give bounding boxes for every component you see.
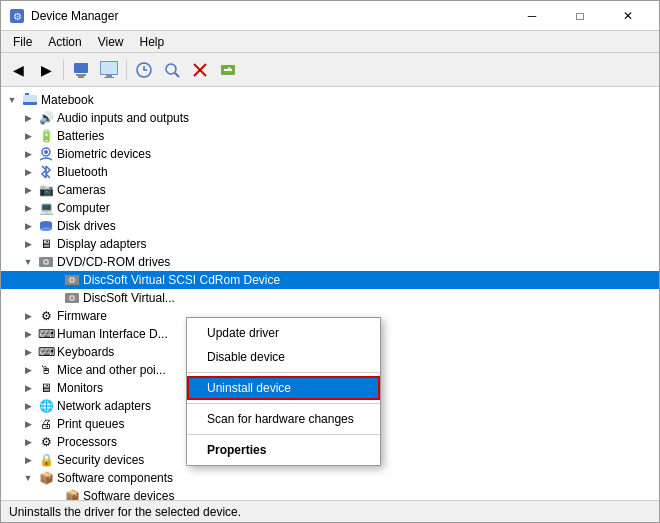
discsoft2-expander <box>47 291 61 305</box>
security-expander[interactable]: ▶ <box>21 453 35 467</box>
discsoft2-icon <box>64 290 80 306</box>
keyboards-icon: ⌨ <box>38 344 54 360</box>
toolbar-delete[interactable] <box>187 57 213 83</box>
swcomp-expander[interactable]: ▼ <box>21 471 35 485</box>
svg-rect-8 <box>104 77 114 78</box>
main-content: ▼ Matebook ▶ 🔊 Audio inputs and outputs <box>1 87 659 500</box>
tree-item-bluetooth[interactable]: ▶ Bluetooth <box>1 163 659 181</box>
minimize-button[interactable]: ─ <box>509 1 555 31</box>
monitors-expander[interactable]: ▶ <box>21 381 35 395</box>
tree-item-discsoft[interactable]: DiscSoft Virtual SCSI CdRom Device <box>1 271 659 289</box>
discsoft-expander <box>47 273 61 287</box>
close-button[interactable]: ✕ <box>605 1 651 31</box>
tree-root[interactable]: ▼ Matebook <box>1 91 659 109</box>
tree-item-swdev[interactable]: 📦 Software devices <box>1 487 659 500</box>
toolbar-separator-1 <box>63 60 64 80</box>
cameras-icon: 📷 <box>38 182 54 198</box>
status-text: Uninstalls the driver for the selected d… <box>9 505 241 519</box>
toolbar: ◀ ▶ <box>1 53 659 87</box>
toolbar-back[interactable]: ◀ <box>5 57 31 83</box>
svg-line-11 <box>175 73 179 77</box>
hid-expander[interactable]: ▶ <box>21 327 35 341</box>
svg-text:⚙: ⚙ <box>13 11 22 22</box>
tree-item-computer[interactable]: ▶ 💻 Computer <box>1 199 659 217</box>
toolbar-display[interactable] <box>96 57 122 83</box>
tree-item-disk[interactable]: ▶ Disk drives <box>1 217 659 235</box>
title-bar: ⚙ Device Manager ─ □ ✕ <box>1 1 659 31</box>
tree-item-audio[interactable]: ▶ 🔊 Audio inputs and outputs <box>1 109 659 127</box>
batteries-label: Batteries <box>57 129 655 143</box>
toolbar-scan[interactable] <box>159 57 185 83</box>
context-properties[interactable]: Properties <box>187 438 380 462</box>
svg-rect-6 <box>101 62 117 74</box>
disk-expander[interactable]: ▶ <box>21 219 35 233</box>
menu-file[interactable]: File <box>5 33 40 51</box>
svg-point-21 <box>44 150 48 154</box>
dvd-label: DVD/CD-ROM drives <box>57 255 655 269</box>
root-label: Matebook <box>41 93 655 107</box>
firmware-expander[interactable]: ▶ <box>21 309 35 323</box>
hid-icon: ⌨ <box>38 326 54 342</box>
svg-point-33 <box>71 297 73 299</box>
context-uninstall-device[interactable]: Uninstall device <box>187 376 380 400</box>
swdev-label: Software devices <box>83 489 655 500</box>
context-separator-3 <box>187 434 380 435</box>
tree-item-biometric[interactable]: ▶ Biometric devices <box>1 145 659 163</box>
tree-item-batteries[interactable]: ▶ 🔋 Batteries <box>1 127 659 145</box>
cameras-expander[interactable]: ▶ <box>21 183 35 197</box>
device-manager-window: ⚙ Device Manager ─ □ ✕ File Action View … <box>0 0 660 523</box>
discsoft-icon <box>64 272 80 288</box>
tree-item-dvd[interactable]: ▼ DVD/CD-ROM drives <box>1 253 659 271</box>
window-controls: ─ □ ✕ <box>509 1 651 31</box>
tree-item-cameras[interactable]: ▶ 📷 Cameras <box>1 181 659 199</box>
svg-rect-19 <box>23 95 37 102</box>
tree-item-discsoft2[interactable]: DiscSoft Virtual... <box>1 289 659 307</box>
network-expander[interactable]: ▶ <box>21 399 35 413</box>
processors-expander[interactable]: ▶ <box>21 435 35 449</box>
svg-point-27 <box>45 261 47 263</box>
display-expander[interactable]: ▶ <box>21 237 35 251</box>
disk-icon <box>38 218 54 234</box>
computer-expander[interactable]: ▶ <box>21 201 35 215</box>
batteries-expander[interactable]: ▶ <box>21 129 35 143</box>
maximize-button[interactable]: □ <box>557 1 603 31</box>
biometric-expander[interactable]: ▶ <box>21 147 35 161</box>
context-scan-hardware[interactable]: Scan for hardware changes <box>187 407 380 431</box>
mice-icon: 🖱 <box>38 362 54 378</box>
context-update-driver[interactable]: Update driver <box>187 321 380 345</box>
swdev-expander <box>47 489 61 500</box>
tree-item-display[interactable]: ▶ 🖥 Display adapters <box>1 235 659 253</box>
dvd-expander[interactable]: ▼ <box>21 255 35 269</box>
menu-help[interactable]: Help <box>132 33 173 51</box>
menu-action[interactable]: Action <box>40 33 89 51</box>
context-separator-2 <box>187 403 380 404</box>
firmware-icon: ⚙ <box>38 308 54 324</box>
network-icon: 🌐 <box>38 398 54 414</box>
svg-rect-7 <box>106 75 112 77</box>
audio-expander[interactable]: ▶ <box>21 111 35 125</box>
window-title: Device Manager <box>31 9 509 23</box>
toolbar-forward[interactable]: ▶ <box>33 57 59 83</box>
tree-item-swcomp[interactable]: ▼ 📦 Software components <box>1 469 659 487</box>
context-disable-device[interactable]: Disable device <box>187 345 380 369</box>
menu-view[interactable]: View <box>90 33 132 51</box>
bluetooth-expander[interactable]: ▶ <box>21 165 35 179</box>
swdev-icon: 📦 <box>64 488 80 500</box>
computer-label: Computer <box>57 201 655 215</box>
audio-label: Audio inputs and outputs <box>57 111 655 125</box>
bluetooth-icon <box>38 164 54 180</box>
context-separator-1 <box>187 372 380 373</box>
root-expander[interactable]: ▼ <box>5 93 19 107</box>
cameras-label: Cameras <box>57 183 655 197</box>
toolbar-update[interactable] <box>131 57 157 83</box>
discsoft-label: DiscSoft Virtual SCSI CdRom Device <box>83 273 655 287</box>
toolbar-properties[interactable] <box>68 57 94 83</box>
menu-bar: File Action View Help <box>1 31 659 53</box>
print-expander[interactable]: ▶ <box>21 417 35 431</box>
print-icon: 🖨 <box>38 416 54 432</box>
svg-point-10 <box>166 64 176 74</box>
toolbar-driver[interactable] <box>215 57 241 83</box>
processors-icon: ⚙ <box>38 434 54 450</box>
mice-expander[interactable]: ▶ <box>21 363 35 377</box>
keyboards-expander[interactable]: ▶ <box>21 345 35 359</box>
